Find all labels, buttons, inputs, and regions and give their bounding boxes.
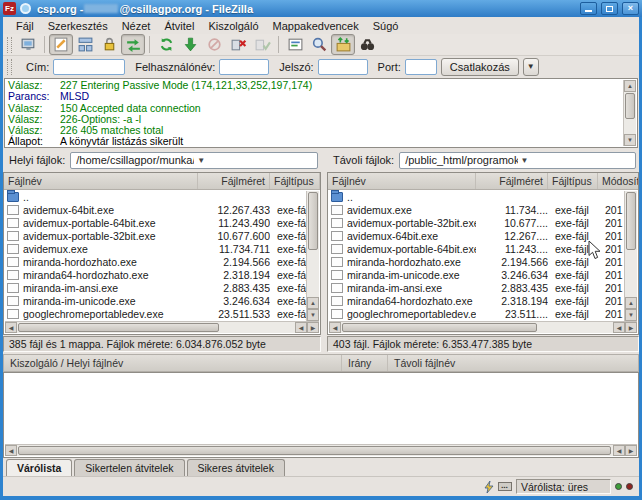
transfer-queue-list[interactable]: ◀ ◀ ▶ [3,372,639,458]
file-row[interactable]: .. [4,190,320,203]
file-row[interactable]: avidemux.exe 11.734.... exe-fájl 201 [328,203,638,216]
scroll-left-icon[interactable]: ◀ [329,322,341,333]
file-row[interactable]: googlechromeportabledev.exe 23.511.533 e… [4,308,320,321]
username-input[interactable] [219,59,269,75]
host-input[interactable] [53,59,125,75]
file-row[interactable]: miranda-im-ansi.exe 2.883.435 exe-fájl 2… [328,282,638,295]
message-log[interactable]: Válasz: 227 Entering Passive Mode (174,1… [4,78,638,148]
site-manager-button[interactable] [16,34,40,55]
refresh-button[interactable] [154,34,178,55]
scroll-down-icon[interactable]: ▼ [625,309,637,321]
scroll-down-icon[interactable]: ▼ [624,134,636,146]
scrollbar-thumb[interactable] [18,323,219,332]
toggle-message-log-button[interactable] [49,34,73,55]
directory-comparison-button[interactable] [307,34,331,55]
column-remote-file[interactable]: Távoli fájlnév [388,355,638,371]
column-filetype[interactable]: Fájltípus [548,173,598,189]
file-row[interactable]: avidemux-portable-32bit.exe 10.677.... e… [328,216,638,229]
file-row[interactable]: avidemux.exe 11.734.711 exe-fájl [4,242,320,255]
chevron-down-icon[interactable]: ▼ [194,156,315,165]
scrollbar-thumb[interactable] [18,446,611,455]
file-row[interactable]: avidemux-64bit.exe 12.267.433 exe-fájl [4,203,320,216]
scroll-left-icon[interactable]: ◀ [5,322,17,333]
reconnect-button[interactable] [250,34,274,55]
disconnect-button[interactable] [226,34,250,55]
local-horizontal-scrollbar[interactable]: ◀ ◀ ▶ [5,321,319,333]
file-row[interactable]: avidemux-64bit.exe 12.267.... exe-fájl 2… [328,229,638,242]
scroll-left-icon[interactable]: ◀ [295,322,307,333]
log-vertical-scrollbar[interactable]: ▲ ▼ [623,80,636,146]
local-path-combo[interactable]: /home/csillagpor/munka/_csillagpor.org/ … [70,152,318,169]
port-input[interactable] [405,59,437,75]
scrollbar-thumb[interactable] [625,93,635,119]
file-row[interactable]: avidemux-portable-32bit.exe 10.677.600 e… [4,229,320,242]
scrollbar-thumb[interactable] [342,323,537,332]
scroll-right-icon[interactable]: ▶ [307,322,319,333]
file-row[interactable]: miranda-im-unicode.exe 3.246.634 exe-fáj… [4,295,320,308]
remote-path-combo[interactable]: /public_html/programok ▼ [399,152,636,169]
toggle-remote-tree-button[interactable] [97,34,121,55]
file-row[interactable]: avidemux-portable-64bit.exe 11.243.490 e… [4,216,320,229]
scrollbar-thumb[interactable] [308,192,318,250]
column-filesize[interactable]: Fájlméret [476,173,548,189]
remote-vertical-scrollbar[interactable]: ▲ ▼ [624,191,637,321]
menu-item[interactable]: Kiszolgáló [201,19,265,33]
scroll-right-icon[interactable]: ▶ [625,445,637,456]
queue-tab[interactable]: Várólista [6,459,72,476]
scroll-left-icon[interactable]: ◀ [613,322,625,333]
local-vertical-scrollbar[interactable]: ▲ ▼ [306,191,319,321]
column-filetype[interactable]: Fájltípus [270,173,320,189]
scroll-left-icon[interactable]: ◀ [613,445,625,456]
scroll-up-icon[interactable]: ▲ [624,80,636,92]
menu-item[interactable]: Mappakedvencek [266,19,366,33]
menu-item[interactable]: Fájl [9,19,41,33]
remote-horizontal-scrollbar[interactable]: ◀ ◀ ▶ [329,321,637,333]
cancel-button[interactable] [202,34,226,55]
file-row[interactable]: miranda64-hordozhato.exe 2.318.194 exe-f… [328,295,638,308]
quickconnect-button[interactable]: Csatlakozás [441,58,519,76]
close-button[interactable]: × [622,2,639,15]
file-row[interactable]: miranda-hordozhato.exe 2.194.566 exe-fáj… [328,255,638,268]
file-search-button[interactable] [355,34,379,55]
remote-file-list[interactable]: .. avidemux.exe 11.734.... exe-fájl 201 [328,190,638,321]
scroll-right-icon[interactable]: ▶ [625,322,637,333]
queue-horizontal-scrollbar[interactable]: ◀ ◀ ▶ [5,444,637,456]
quickconnect-grip[interactable] [7,59,12,75]
column-filename[interactable]: Fájlnév [328,173,476,189]
process-queue-button[interactable] [178,34,202,55]
column-server-local-file[interactable]: Kiszolgáló / Helyi fájlnév [4,355,342,371]
toolbar-grip[interactable] [7,37,12,53]
scroll-left-icon[interactable]: ◀ [5,445,17,456]
toggle-queue-view-button[interactable] [121,34,145,55]
menu-item[interactable]: Súgó [366,19,406,33]
scroll-down-icon[interactable]: ▼ [307,309,319,321]
scroll-up-icon[interactable]: ▲ [625,297,637,309]
file-row[interactable]: avidemux-portable-64bit.exe 11.243.... e… [328,242,638,255]
password-input[interactable] [318,59,368,75]
window-menu-icon[interactable] [20,3,31,14]
file-row[interactable]: miranda-hordozhato.exe 2.194.566 exe-fáj… [4,255,320,268]
maximize-button[interactable] [601,2,618,15]
queue-tab[interactable]: Sikertelen átvitelek [74,459,184,476]
menu-item[interactable]: Átvitel [157,19,201,33]
minimize-button[interactable] [580,2,597,15]
column-direction[interactable]: Irány [342,355,388,371]
menu-item[interactable]: Szerkesztés [41,19,115,33]
directory-filter-button[interactable] [283,34,307,55]
quickconnect-dropdown-button[interactable]: ▼ [523,58,539,76]
scrollbar-thumb[interactable] [626,192,636,250]
file-row[interactable]: miranda-im-ansi.exe 2.883.435 exe-fájl [4,282,320,295]
synchronized-browsing-button[interactable] [331,34,355,55]
menu-item[interactable]: Nézet [115,19,158,33]
column-filesize[interactable]: Fájlméret [198,173,270,189]
toggle-local-tree-button[interactable] [73,34,97,55]
chevron-down-icon[interactable]: ▼ [518,156,633,165]
column-modified[interactable]: Módosítva [598,173,638,189]
file-row[interactable]: miranda64-hordozhato.exe 2.318.194 exe-f… [4,269,320,282]
queue-tab[interactable]: Sikeres átvitelek [187,459,285,476]
scroll-up-icon[interactable]: ▲ [307,297,319,309]
file-row[interactable]: googlechromeportabledev.exe 23.511.... e… [328,308,638,321]
file-row[interactable]: .. [328,190,638,203]
file-row[interactable]: miranda-im-unicode.exe 3.246.634 exe-fáj… [328,269,638,282]
column-filename[interactable]: Fájlnév [4,173,198,189]
